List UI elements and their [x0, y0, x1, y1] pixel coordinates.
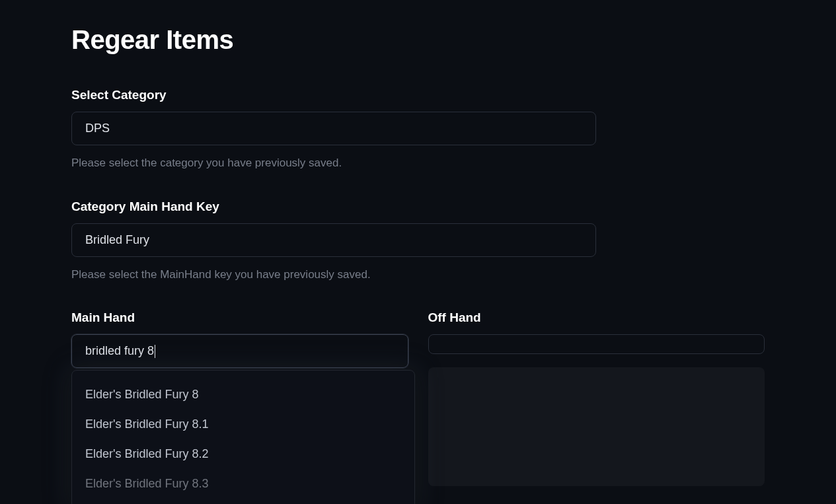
mainhand-suggestions: Elder's Bridled Fury 8 Elder's Bridled F…	[71, 370, 415, 504]
suggestion-item[interactable]: Elder's Bridled Fury 8.2	[72, 439, 414, 469]
category-field: Select Category DPS Please select the ca…	[71, 88, 765, 172]
suggestion-item[interactable]: Elder's Bridled Fury 8.1	[72, 410, 414, 439]
mainhand-key-help: Please select the MainHand key you have …	[71, 266, 765, 283]
mainhand-key-field: Category Main Hand Key Bridled Fury Plea…	[71, 199, 765, 283]
mainhand-input[interactable]: bridled fury 8	[71, 334, 408, 368]
suggestion-item[interactable]: Elder's Bridled Fury 8.3	[72, 469, 414, 499]
suggestion-item[interactable]: Elder's Bridled Fury 8	[72, 380, 414, 410]
category-select[interactable]: DPS	[71, 112, 596, 145]
text-cursor-icon	[155, 345, 155, 358]
mainhand-key-label: Category Main Hand Key	[71, 199, 765, 214]
category-label: Select Category	[71, 88, 765, 102]
offhand-column: Off Hand	[428, 310, 765, 486]
mainhand-label: Main Hand	[71, 310, 408, 325]
offhand-preview-panel	[428, 367, 765, 486]
category-help: Please select the category you have prev…	[71, 155, 765, 172]
mainhand-key-select[interactable]: Bridled Fury	[71, 223, 596, 257]
offhand-input[interactable]	[428, 334, 765, 354]
page-title: Regear Items	[71, 25, 765, 55]
mainhand-column: Main Hand bridled fury 8 Elder's Bridled…	[71, 310, 408, 486]
offhand-label: Off Hand	[428, 310, 765, 325]
